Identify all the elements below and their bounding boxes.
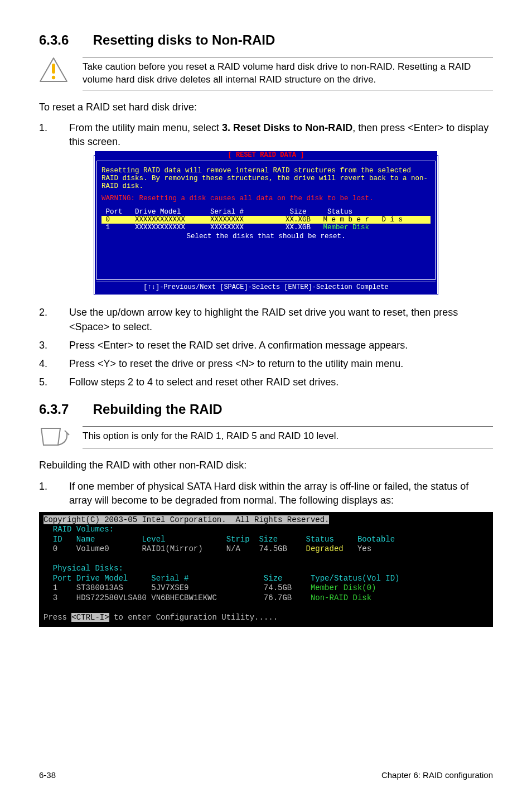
term-phys1-a: 1 ST380013AS 5JV7XSE9 74.5GB: [43, 583, 311, 592]
note-text: This option is only for the RAID 1, RAID…: [83, 426, 493, 448]
svg-rect-1: [52, 64, 55, 74]
term-ctrl-i: <CTRL-I>: [71, 613, 109, 622]
bios-row-selected: 0 XXXXXXXXXXXX XXXXXXXX XX.XGB M e m b e…: [101, 216, 431, 224]
bios-title: [ RESET RAID DATA ]: [95, 151, 437, 159]
step-3: 3. Press <Enter> to reset the RAID set d…: [39, 339, 493, 352]
note-icon: [39, 426, 71, 448]
term-vol0-a: 0 Volume0 RAID1(Mirror) N/A 74.5GB: [43, 544, 306, 553]
step-637-1: 1. If one member of physical SATA Hard d…: [39, 480, 493, 508]
term-line0: Copyright(C) 2003-05 Intel Corporation. …: [43, 515, 489, 525]
chapter-label: Chapter 6: RAID configuration: [381, 770, 493, 780]
step-5: 5. Follow steps 2 to 4 to select and res…: [39, 375, 493, 389]
term-phys1-status: Member Disk(0): [311, 583, 376, 592]
term-press-line: Press <CTRL-I> to enter Configuration Ut…: [43, 613, 489, 623]
term-raid-volumes-label: RAID Volumes:: [43, 525, 489, 535]
step-text: Press <Y> to reset the drive or press <N…: [69, 357, 493, 371]
heading-num: 6.3.6: [39, 32, 89, 48]
bios-row-1: 1 XXXXXXXXXXXX XXXXXXXX XX.XGB Member Di…: [101, 224, 431, 231]
step-1: 1. From the utility main menu, select 3.…: [39, 121, 493, 149]
term-press-a: Press: [43, 613, 71, 622]
step1-b: 3. Reset Disks to Non-RAID: [222, 122, 352, 133]
intro-636: To reset a RAID set hard disk drive:: [39, 100, 493, 114]
term-press-c: to enter Configuration Utility.....: [109, 613, 278, 622]
page-footer: 6-38 Chapter 6: RAID configuration: [39, 770, 493, 780]
caution-icon: [39, 57, 71, 90]
step-text: If one member of physical SATA Hard disk…: [69, 480, 493, 508]
step-num: 2.: [39, 306, 57, 334]
bios-row1-status: Member Disk: [323, 224, 370, 231]
step-text: Press <Enter> to reset the RAID set driv…: [69, 339, 493, 352]
step-num: 1.: [39, 121, 57, 149]
term-phys-label: Physical Disks:: [43, 564, 489, 574]
caution-text: Take caution before you reset a RAID vol…: [83, 57, 493, 90]
term-phys-header: Port Drive Model Serial # Size Type/Stat…: [43, 574, 489, 584]
bios-warning: WARNING: Resetting a disk causes all dat…: [101, 195, 431, 202]
bios-inner: Resetting RAID data will remove internal…: [96, 161, 436, 280]
step-2: 2. Use the up/down arrow key to highligh…: [39, 306, 493, 334]
step-text: From the utility main menu, select 3. Re…: [69, 121, 493, 149]
terminal-screenshot: Copyright(C) 2003-05 Intel Corporation. …: [39, 512, 493, 627]
term-vol0-status: Degraded: [306, 544, 343, 553]
heading-title: Resetting disks to Non-RAID: [93, 32, 275, 47]
note-block: This option is only for the RAID 1, RAID…: [39, 426, 493, 448]
heading-title: Rebuilding the RAID: [93, 402, 223, 417]
step-num: 3.: [39, 339, 57, 352]
term-phys-row3: 3 HDS722580VLSA80 VN6BHECBW1EKWC 76.7GB …: [43, 593, 489, 603]
heading-num: 6.3.7: [39, 402, 89, 417]
term-vol0-c: Yes: [344, 544, 371, 553]
term-vol-header: ID Name Level Strip Size Status Bootable: [43, 535, 489, 545]
intro-637: Rebuilding the RAID with other non-RAID …: [39, 458, 493, 472]
step-num: 5.: [39, 375, 57, 389]
svg-point-2: [52, 76, 55, 79]
term-phys-row1: 1 ST380013AS 5JV7XSE9 74.5GB Member Disk…: [43, 583, 489, 593]
heading-637: 6.3.7 Rebuilding the RAID: [39, 402, 493, 417]
step-num: 1.: [39, 480, 57, 508]
step-4: 4. Press <Y> to reset the drive or press…: [39, 357, 493, 371]
step-num: 4.: [39, 357, 57, 371]
page-number: 6-38: [39, 770, 56, 780]
term-phys3-a: 3 HDS722580VLSA80 VN6BHECBW1EKWC 76.7GB: [43, 593, 311, 602]
step-text: Follow steps 2 to 4 to select and reset …: [69, 375, 493, 389]
bios-center-msg: Select the disks that should be reset.: [101, 233, 431, 240]
step1-a: From the utility main menu, select: [69, 122, 222, 133]
heading-636: 6.3.6 Resetting disks to Non-RAID: [39, 32, 493, 48]
term-phys3-status: Non-RAID Disk: [311, 593, 371, 602]
bios-screenshot: [ RESET RAID DATA ] Resetting RAID data …: [93, 154, 439, 296]
term-vol-row0: 0 Volume0 RAID1(Mirror) N/A 74.5GB Degra…: [43, 544, 489, 554]
bios-body: Resetting RAID data will remove internal…: [101, 167, 431, 190]
caution-block: Take caution before you reset a RAID vol…: [39, 57, 493, 90]
bios-row1-a: 1 XXXXXXXXXXXX XXXXXXXX XX.XGB: [101, 224, 323, 231]
bios-table-head: Port Drive Model Serial # Size Status: [101, 208, 431, 216]
term-copyright: Copyright(C) 2003-05 Intel Corporation. …: [43, 515, 329, 524]
bios-footer: [↑↓]-Previous/Next [SPACE]-Selects [ENTE…: [96, 282, 436, 292]
step-text: Use the up/down arrow key to highlight t…: [69, 306, 493, 334]
